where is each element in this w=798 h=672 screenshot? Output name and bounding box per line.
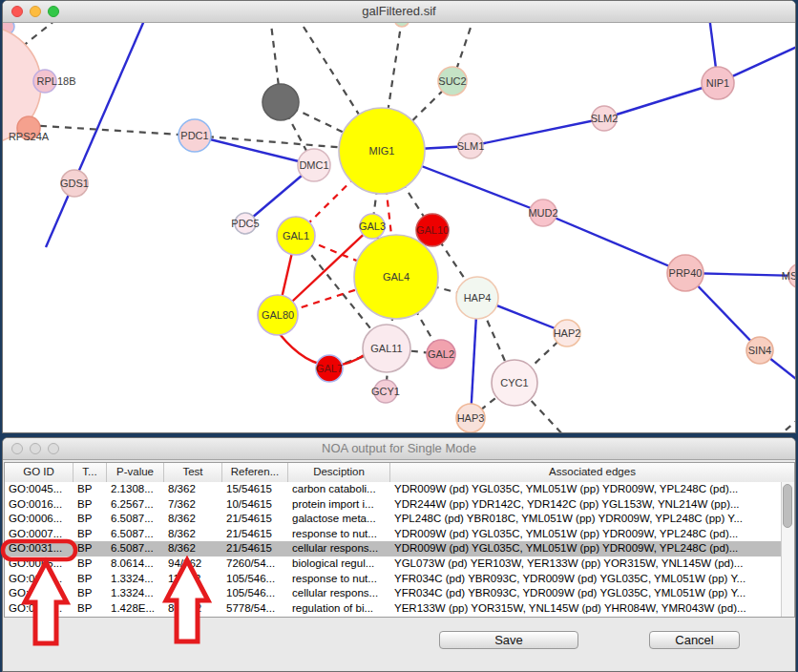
table-cell: 105/546...: [222, 572, 288, 587]
table-cell: YFR034C (pd) YBR093C, YDR009W (pd) YGL03…: [390, 586, 781, 601]
table-cell: protein import i...: [288, 497, 390, 513]
table-cell: YGL073W (pd) YER103W, YER133W (pp) YOR31…: [390, 556, 781, 572]
table-cell: 5778/54...: [222, 601, 288, 617]
table-cell: 11/362: [164, 586, 222, 601]
table-cell: response to nut...: [288, 527, 390, 542]
node-label-PRP40: PRP40: [669, 267, 703, 279]
table-row[interactable]: GO:0031...BP6.5087...8/36221/54615cellul…: [5, 541, 781, 556]
table-header-row: GO IDT...P-valueTestReferen...Desciption…: [5, 463, 794, 483]
node-label-PDC5: PDC5: [231, 218, 259, 229]
table-cell: 21/54615: [222, 541, 288, 556]
node-label-GAL80: GAL80: [262, 309, 294, 321]
column-header-associatededges[interactable]: Associated edges: [390, 463, 794, 482]
cancel-button[interactable]: Cancel: [649, 631, 740, 649]
node-label-SLM1: SLM1: [457, 140, 485, 152]
table-cell: 2.1308...: [107, 482, 164, 497]
table-cell: GO:0045...: [5, 482, 74, 497]
table-cell: regulation of bi...: [288, 601, 390, 617]
table-cell: BP: [74, 601, 107, 617]
table-cell: cellular respons...: [288, 586, 390, 601]
node-label-NIP1: NIP1: [706, 77, 729, 89]
table-cell: BP: [74, 556, 107, 572]
table-cell: carbon cataboli...: [288, 482, 390, 497]
table-cell: 10/54615: [222, 497, 288, 513]
column-header-test[interactable]: Test: [164, 463, 222, 482]
node-label-SLM2: SLM2: [591, 113, 619, 124]
table-row[interactable]: GO:0045...BP2.1308...8/36215/54615carbon…: [5, 482, 781, 497]
vertical-scrollbar[interactable]: [781, 482, 794, 617]
table-cell: 6.5087...: [107, 541, 164, 556]
column-header-t[interactable]: T...: [74, 463, 107, 482]
node-label-GAL4: GAL4: [383, 271, 410, 283]
table-cell: YER133W (pp) YOR315W, YNL145W (pd) YHR08…: [390, 601, 781, 617]
table-body: GO:0045...BP2.1308...8/36215/54615carbon…: [5, 482, 781, 617]
table-cell: YPL248C (pd) YBR018C, YML051W (pp) YDR00…: [390, 512, 781, 527]
network-edge: [543, 213, 685, 273]
network-edge: [788, 429, 796, 433]
network-edge: [776, 417, 796, 433]
column-header-goid[interactable]: GO ID: [5, 463, 74, 482]
scrollbar-thumb[interactable]: [783, 484, 792, 528]
table-cell: 8/362: [164, 512, 222, 527]
table-cell: GO:0031...: [5, 541, 74, 556]
table-cell: YDR244W (pp) YDR142C, YDR142C (pp) YGL15…: [390, 497, 781, 513]
table-row[interactable]: GO:0031...BP1.3324...11/362105/546...cel…: [5, 586, 781, 601]
table-cell: 15/54615: [222, 482, 288, 497]
table-cell: 80/362: [164, 601, 222, 617]
node-label-MUD2: MUD2: [528, 207, 557, 219]
table-cell: GO:0050...: [5, 601, 74, 617]
table-cell: GO:0006...: [5, 512, 74, 527]
node-label-RPL18B: RPL18B: [37, 75, 76, 87]
table-row[interactable]: GO:0065...BP8.0614...94/3627260/54...bio…: [5, 556, 781, 572]
table-cell: YDR009W (pd) YGL035C, YML051W (pp) YDR00…: [390, 482, 781, 497]
table-cell: GO:0031...: [5, 572, 74, 587]
table-cell: 8/362: [164, 541, 222, 556]
noa-window-title: NOA output for Single Mode: [3, 438, 795, 459]
table-cell: GO:0065...: [5, 556, 74, 572]
node-label-GAL2: GAL2: [428, 348, 454, 360]
table-cell: 8/362: [164, 482, 222, 497]
network-edge: [471, 118, 604, 146]
column-header-referen[interactable]: Referen...: [222, 463, 288, 482]
node-label-SIN4: SIN4: [748, 345, 771, 356]
table-cell: 21/54615: [222, 527, 288, 542]
table-cell: 8/362: [164, 527, 222, 542]
table-cell: BP: [74, 497, 107, 513]
save-button[interactable]: Save: [439, 631, 578, 649]
node-label-GAL10: GAL10: [416, 224, 449, 236]
table-cell: BP: [74, 512, 107, 527]
node-label-HAP3: HAP3: [457, 412, 485, 424]
network-edge: [604, 83, 718, 118]
noa-output-window: NOA output for Single Mode GO IDT...P-va…: [2, 437, 796, 672]
table-row[interactable]: GO:0031...BP1.3324...11/362105/546...res…: [5, 572, 781, 587]
table-row[interactable]: GO:0007...BP6.5087...8/36221/54615respon…: [5, 527, 781, 542]
table-row[interactable]: GO:0016...BP6.2567...7/36210/54615protei…: [5, 497, 781, 513]
node-label-HAP4: HAP4: [464, 292, 492, 304]
network-canvas[interactable]: RPL18BRPS24AGDS1PDC1DMC1SUC2MIG1SLM1SLM2…: [3, 1, 796, 433]
noa-titlebar[interactable]: NOA output for Single Mode: [3, 438, 795, 460]
column-header-pvalue[interactable]: P-value: [107, 463, 164, 482]
table-cell: 7260/54...: [222, 556, 288, 572]
table-cell: BP: [74, 586, 107, 601]
node-label-GCY1: GCY1: [371, 386, 400, 397]
screen: { "network_window": { "title": "galFilte…: [0, 0, 798, 672]
node-label-CYC1: CYC1: [500, 377, 528, 388]
node-gray-node[interactable]: [262, 84, 299, 120]
table-cell: 7/362: [164, 497, 222, 513]
network-titlebar[interactable]: galFiltered.sif: [3, 1, 795, 23]
table-cell: GO:0031...: [5, 586, 74, 601]
table-cell: biological regul...: [288, 556, 390, 572]
results-table: GO IDT...P-valueTestReferen...Desciption…: [4, 462, 795, 618]
network-window: RPL18BRPS24AGDS1PDC1DMC1SUC2MIG1SLM1SLM2…: [2, 0, 796, 433]
table-cell: YDR009W (pd) YGL035C, YML051W (pp) YDR00…: [390, 527, 781, 542]
table-cell: cellular respons...: [288, 541, 390, 556]
node-label-GAL1: GAL1: [283, 230, 309, 242]
table-row[interactable]: GO:0006...BP6.5087...8/36221/54615galact…: [5, 512, 781, 527]
column-header-desciption[interactable]: Desciption: [288, 463, 390, 482]
table-row[interactable]: GO:0050...BP1.428E...80/3625778/54...reg…: [5, 601, 781, 617]
network-edge: [195, 136, 314, 165]
node-label-DMC1: DMC1: [299, 159, 328, 171]
node-label-SUC2: SUC2: [438, 75, 466, 87]
node-label-MIG1: MIG1: [369, 145, 395, 157]
table-cell: BP: [74, 482, 107, 497]
